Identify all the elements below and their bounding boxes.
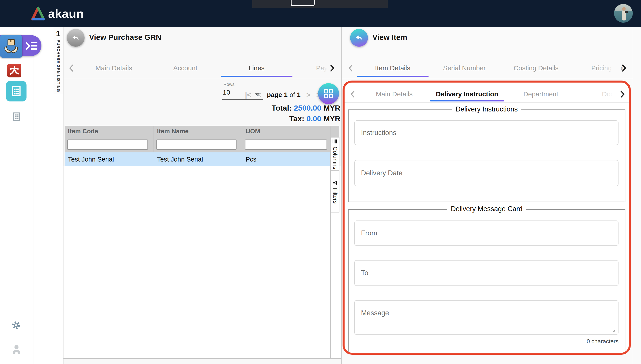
columns-lines-icon xyxy=(332,138,338,144)
tabs-scroll-left[interactable] xyxy=(347,63,355,73)
profile-person-icon[interactable] xyxy=(12,344,21,355)
delivery-message-card-group: Delivery Message Card From To Message 0 … xyxy=(348,209,625,355)
brush-character-icon xyxy=(9,65,20,76)
listing-tab-index: 1 xyxy=(53,29,63,38)
delivery-instructions-group: Delivery Instructions Instructions Deliv… xyxy=(348,110,625,202)
avatar-camera xyxy=(625,11,628,13)
form-list-icon xyxy=(10,85,22,97)
table-filter-row xyxy=(65,137,330,152)
grid-view-button[interactable] xyxy=(318,83,339,104)
subtab-main-details[interactable]: Main Details xyxy=(358,89,430,99)
app-window: akaun xyxy=(0,0,641,364)
cell-uom: Pcs xyxy=(246,152,256,166)
column-header-uom[interactable]: UOM xyxy=(246,126,260,137)
tabs-scroll-right[interactable] xyxy=(620,63,628,73)
from-input[interactable]: From xyxy=(354,220,618,246)
subtab-fade xyxy=(595,88,620,100)
item-code-filter-input[interactable] xyxy=(67,140,148,150)
highlighted-delivery-section: Main Details Delivery Instruction Depart… xyxy=(343,80,631,355)
tax-line: Tax: 0.00 MYR xyxy=(200,114,340,123)
brand-name: akaun xyxy=(48,7,84,20)
rows-label: Rows xyxy=(223,82,234,87)
table-body-area xyxy=(64,166,341,358)
next-page-button[interactable]: > xyxy=(306,91,310,99)
tabs-scroll-right[interactable] xyxy=(328,63,336,73)
avatar-head xyxy=(622,7,626,11)
instructions-input[interactable]: Instructions xyxy=(354,120,618,145)
subtab-department[interactable]: Department xyxy=(504,89,577,99)
first-page-button[interactable]: |< xyxy=(245,91,251,99)
tab-account[interactable]: Account xyxy=(150,63,221,73)
column-separator xyxy=(153,126,153,152)
back-button[interactable] xyxy=(350,29,368,47)
table-bottom-border xyxy=(64,358,341,359)
listing-vertical-tab[interactable]: 1 PURCHASE GRN LISTING xyxy=(53,27,63,94)
tab-item-details[interactable]: Item Details xyxy=(357,63,429,73)
chevron-left-icon xyxy=(348,64,353,72)
total-value: 2500.00 xyxy=(294,104,322,112)
grid-icon xyxy=(323,88,334,99)
message-placeholder: Message xyxy=(361,309,389,317)
column-header-item-name[interactable]: Item Name xyxy=(157,126,189,137)
pagination: |< < page 1 of 1 > >| xyxy=(245,90,323,100)
chevron-right-icon xyxy=(622,64,626,72)
chevron-right-icon xyxy=(330,64,335,72)
filter-funnel-icon xyxy=(332,180,338,186)
rows-per-page-select[interactable]: 10 xyxy=(223,88,230,96)
delivery-instructions-legend: Delivery Instructions xyxy=(452,105,521,113)
total-label: Total: xyxy=(272,104,292,112)
sidebar-item-teal-app[interactable] xyxy=(6,81,27,102)
table-row[interactable]: Test John Serial Test John Serial Pcs xyxy=(65,152,330,166)
tab-main-details[interactable]: Main Details xyxy=(78,63,149,73)
app-sidebar xyxy=(0,27,34,364)
sidebar-item-red-app[interactable] xyxy=(7,64,21,78)
total-currency: MYR xyxy=(324,104,340,112)
subtabs-scroll-right[interactable] xyxy=(618,89,626,99)
page-word: page xyxy=(267,91,282,98)
cell-item-code: Test John Serial xyxy=(68,152,114,166)
columns-tool-label: Columns xyxy=(332,146,339,170)
filters-tool-button[interactable]: Filters xyxy=(331,171,340,212)
resize-handle-icon[interactable] xyxy=(612,328,615,332)
uom-filter-input[interactable] xyxy=(245,140,327,150)
total-line: Total: 2500.00 MYR xyxy=(200,104,340,112)
delivery-date-placeholder: Delivery Date xyxy=(361,169,403,177)
active-subtab-underline xyxy=(430,100,504,102)
item-name-filter-input[interactable] xyxy=(156,140,236,150)
tools-header-cap xyxy=(331,126,339,137)
sidebar-item-inventory-app[interactable] xyxy=(0,35,22,58)
hands-holding-box-icon xyxy=(2,38,20,55)
of-word: of xyxy=(289,91,295,98)
active-tab-underline xyxy=(221,76,292,77)
chevron-right-icon xyxy=(620,90,625,98)
user-avatar[interactable] xyxy=(614,4,633,23)
page-current: 1 xyxy=(284,91,287,98)
tabbar-divider xyxy=(342,78,632,78)
subtabs-scroll-left[interactable] xyxy=(349,89,357,99)
to-input[interactable]: To xyxy=(354,260,618,286)
tab-costing-details[interactable]: Costing Details xyxy=(500,63,572,73)
tab-lines[interactable]: Lines xyxy=(221,63,292,73)
page-title-right: View Item xyxy=(372,33,407,42)
tax-currency: MYR xyxy=(324,114,340,123)
tab-serial-number[interactable]: Serial Number xyxy=(429,63,500,73)
back-button[interactable] xyxy=(67,29,85,47)
tabs-scroll-left[interactable] xyxy=(67,63,75,73)
character-counter: 0 characters xyxy=(587,338,618,345)
message-textarea[interactable]: Message xyxy=(354,300,618,335)
right-edge-line xyxy=(633,27,633,364)
delivery-date-input[interactable]: Delivery Date xyxy=(354,160,618,186)
table-header-row: Item Code Item Name UOM xyxy=(65,126,330,137)
settings-gear-icon[interactable] xyxy=(11,320,21,331)
form-list-icon[interactable] xyxy=(12,111,21,122)
expand-menu-icon[interactable] xyxy=(25,40,38,51)
subtab-delivery-instruction[interactable]: Delivery Instruction xyxy=(430,89,504,99)
column-header-item-code[interactable]: Item Code xyxy=(68,126,98,137)
filters-tool-label: Filters xyxy=(332,188,339,204)
columns-tool-button[interactable]: Columns xyxy=(331,137,340,171)
chevron-left-icon xyxy=(69,64,74,72)
prev-page-button[interactable]: < xyxy=(257,91,261,99)
instructions-placeholder: Instructions xyxy=(361,129,397,137)
to-placeholder: To xyxy=(361,269,368,277)
page-title-left: View Purchase GRN xyxy=(89,33,161,42)
